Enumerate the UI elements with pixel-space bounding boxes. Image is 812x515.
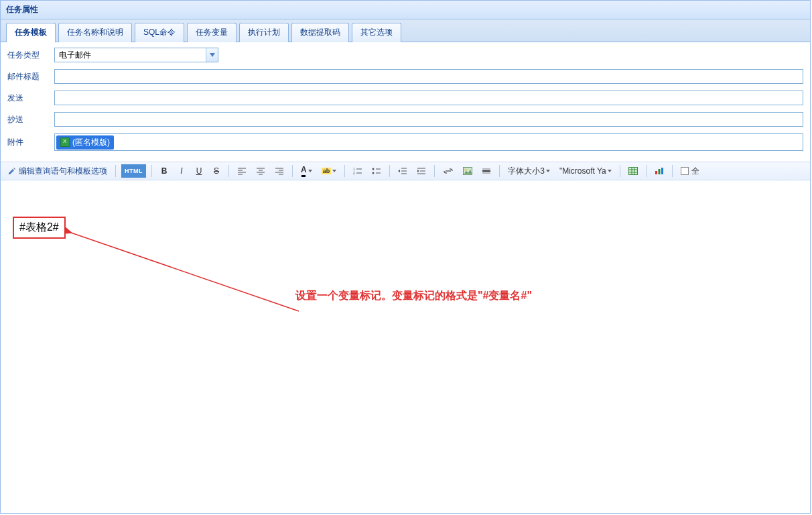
attach-box[interactable]: (匿名模版): [54, 133, 803, 151]
tab-schedule[interactable]: 执行计划: [239, 23, 289, 42]
tab-template[interactable]: 任务模板: [6, 23, 56, 42]
tab-name-desc[interactable]: 任务名称和说明: [58, 23, 132, 42]
svg-rect-7: [655, 171, 657, 174]
svg-point-3: [373, 172, 375, 174]
italic-button[interactable]: I: [175, 164, 188, 178]
underline-button[interactable]: U: [192, 164, 206, 178]
task-properties-panel: 任务属性 任务模板 任务名称和说明 SQL命令 任务变量 执行计划 数据提取码 …: [0, 0, 811, 514]
font-size-dropdown[interactable]: 字体大小3: [505, 164, 553, 178]
link-button[interactable]: [440, 164, 456, 178]
bold-button[interactable]: B: [157, 164, 171, 178]
editor-toolbar: 编辑查询语句和模板选项 HTML B I U S A ab 12: [1, 162, 810, 180]
highlight-button[interactable]: ab: [319, 164, 340, 178]
chart-button[interactable]: [652, 164, 667, 178]
hr-button[interactable]: [479, 164, 494, 178]
insert-table-button[interactable]: [626, 164, 640, 178]
svg-point-2: [373, 168, 375, 170]
ordered-list-button[interactable]: 12: [350, 164, 365, 178]
task-type-combo[interactable]: [54, 48, 218, 62]
indent-button[interactable]: [414, 164, 429, 178]
svg-text:2: 2: [353, 171, 355, 175]
svg-point-5: [465, 169, 467, 171]
align-right-button[interactable]: [272, 164, 287, 178]
variable-marker: #表格2#: [13, 217, 66, 239]
tab-variables[interactable]: 任务变量: [187, 23, 236, 42]
form-area: 任务类型 邮件标题 发送 抄送 附件 (匿名: [1, 42, 810, 162]
align-center-button[interactable]: [253, 164, 268, 178]
align-left-button[interactable]: [234, 164, 249, 178]
tab-sql[interactable]: SQL命令: [135, 23, 184, 42]
strike-button[interactable]: S: [210, 164, 223, 178]
svg-rect-8: [658, 169, 660, 174]
task-type-input[interactable]: [55, 49, 206, 61]
svg-rect-9: [661, 168, 663, 174]
svg-rect-6: [628, 168, 637, 175]
unordered-list-button[interactable]: [369, 164, 384, 178]
annotation-text: 设置一个变量标记。变量标记的格式是"#变量名#": [295, 289, 532, 303]
svg-line-10: [71, 233, 299, 311]
attach-chip[interactable]: (匿名模版): [56, 135, 114, 150]
edit-query-button[interactable]: 编辑查询语句和模板选项: [5, 164, 110, 178]
tabs-strip: 任务模板 任务名称和说明 SQL命令 任务变量 执行计划 数据提取码 其它选项: [1, 19, 810, 42]
subject-input[interactable]: [54, 69, 803, 84]
checkbox-icon: [681, 167, 689, 175]
cc-input[interactable]: [54, 112, 803, 127]
attach-label: 附件: [7, 137, 54, 148]
excel-icon: [60, 137, 70, 147]
chevron-down-icon[interactable]: [206, 48, 218, 62]
attach-chip-label: (匿名模版): [72, 137, 110, 148]
image-button[interactable]: [460, 164, 475, 178]
tab-extract[interactable]: 数据提取码: [291, 23, 349, 42]
outdent-button[interactable]: [395, 164, 410, 178]
to-label: 发送: [7, 93, 54, 104]
task-type-label: 任务类型: [7, 50, 54, 61]
edit-query-label: 编辑查询语句和模板选项: [19, 166, 107, 177]
editor-area[interactable]: #表格2# 设置一个变量标记。变量标记的格式是"#变量名#": [1, 180, 810, 502]
fullscreen-toggle[interactable]: 全: [678, 164, 702, 178]
html-mode-button[interactable]: HTML: [121, 164, 146, 178]
to-input[interactable]: [54, 91, 803, 105]
annotation-arrow: [64, 221, 312, 321]
tab-other[interactable]: 其它选项: [352, 23, 401, 42]
cc-label: 抄送: [7, 114, 54, 125]
font-color-button[interactable]: A: [298, 164, 315, 178]
subject-label: 邮件标题: [7, 71, 54, 82]
panel-title: 任务属性: [1, 1, 810, 19]
font-family-dropdown[interactable]: "Microsoft Ya: [557, 164, 614, 178]
